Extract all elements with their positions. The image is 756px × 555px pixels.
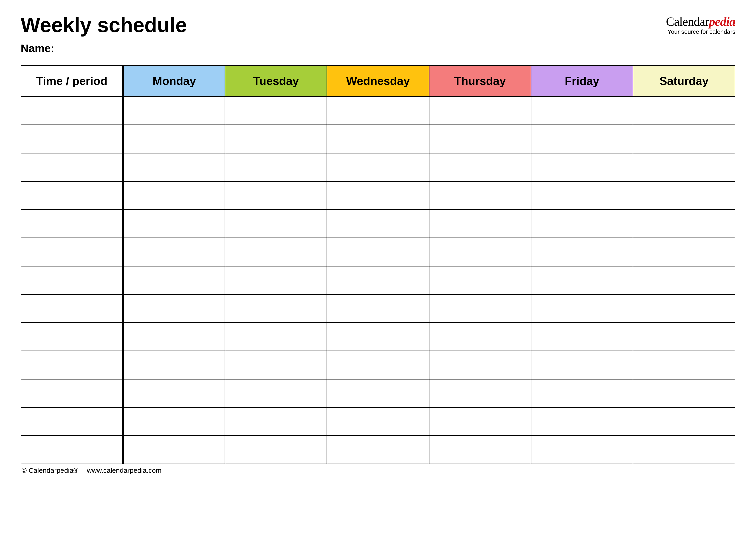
schedule-cell[interactable] [123,266,225,295]
schedule-cell[interactable] [225,97,327,125]
time-cell[interactable] [21,351,123,379]
schedule-cell[interactable] [123,323,225,351]
schedule-cell[interactable] [327,295,429,323]
time-cell[interactable] [21,210,123,238]
schedule-cell[interactable] [123,97,225,125]
schedule-cell[interactable] [123,125,225,153]
schedule-cell[interactable] [633,323,735,351]
schedule-cell[interactable] [531,295,633,323]
schedule-cell[interactable] [327,323,429,351]
time-cell[interactable] [21,323,123,351]
schedule-cell[interactable] [633,295,735,323]
schedule-cell[interactable] [123,181,225,210]
table-row [21,181,735,210]
schedule-cell[interactable] [531,97,633,125]
schedule-cell[interactable] [225,266,327,295]
schedule-cell[interactable] [633,181,735,210]
day-header-tuesday: Tuesday [225,66,327,97]
schedule-cell[interactable] [123,153,225,181]
schedule-cell[interactable] [123,238,225,266]
schedule-cell[interactable] [531,210,633,238]
schedule-cell[interactable] [633,408,735,436]
schedule-cell[interactable] [633,125,735,153]
schedule-cell[interactable] [327,97,429,125]
schedule-cell[interactable] [225,436,327,464]
time-cell[interactable] [21,295,123,323]
schedule-cell[interactable] [429,408,531,436]
time-cell[interactable] [21,125,123,153]
schedule-cell[interactable] [123,210,225,238]
schedule-cell[interactable] [225,238,327,266]
schedule-cell[interactable] [429,323,531,351]
table-row [21,238,735,266]
time-cell[interactable] [21,238,123,266]
table-row [21,295,735,323]
brand-part2: pedia [709,15,735,29]
schedule-cell[interactable] [429,97,531,125]
brand-tagline: Your source for calendars [666,29,735,35]
schedule-cell[interactable] [225,295,327,323]
schedule-cell[interactable] [123,295,225,323]
schedule-cell[interactable] [429,125,531,153]
brand-block: Calendarpedia Your source for calendars [666,14,735,35]
schedule-cell[interactable] [633,210,735,238]
schedule-cell[interactable] [531,379,633,408]
schedule-cell[interactable] [633,436,735,464]
schedule-cell[interactable] [531,181,633,210]
schedule-cell[interactable] [327,153,429,181]
schedule-cell[interactable] [633,351,735,379]
schedule-cell[interactable] [429,436,531,464]
schedule-cell[interactable] [225,153,327,181]
schedule-cell[interactable] [429,210,531,238]
header-row: Weekly schedule Calendarpedia Your sourc… [21,14,735,37]
schedule-cell[interactable] [327,181,429,210]
schedule-cell[interactable] [429,266,531,295]
schedule-cell[interactable] [531,153,633,181]
time-cell[interactable] [21,97,123,125]
schedule-cell[interactable] [327,436,429,464]
time-cell[interactable] [21,379,123,408]
schedule-cell[interactable] [429,153,531,181]
schedule-cell[interactable] [327,266,429,295]
time-cell[interactable] [21,181,123,210]
schedule-cell[interactable] [429,351,531,379]
schedule-cell[interactable] [531,436,633,464]
schedule-cell[interactable] [225,323,327,351]
schedule-cell[interactable] [531,125,633,153]
schedule-cell[interactable] [327,408,429,436]
schedule-cell[interactable] [633,238,735,266]
schedule-cell[interactable] [633,153,735,181]
schedule-cell[interactable] [531,351,633,379]
schedule-cell[interactable] [225,379,327,408]
schedule-cell[interactable] [123,436,225,464]
schedule-cell[interactable] [429,181,531,210]
schedule-cell[interactable] [633,97,735,125]
schedule-cell[interactable] [327,210,429,238]
schedule-cell[interactable] [327,125,429,153]
schedule-cell[interactable] [225,210,327,238]
time-cell[interactable] [21,266,123,295]
schedule-cell[interactable] [531,323,633,351]
schedule-cell[interactable] [531,238,633,266]
schedule-cell[interactable] [429,379,531,408]
schedule-cell[interactable] [633,266,735,295]
schedule-cell[interactable] [429,295,531,323]
time-cell[interactable] [21,153,123,181]
page: Weekly schedule Calendarpedia Your sourc… [0,0,756,555]
schedule-cell[interactable] [531,266,633,295]
schedule-cell[interactable] [429,238,531,266]
schedule-cell[interactable] [123,379,225,408]
schedule-cell[interactable] [327,379,429,408]
schedule-cell[interactable] [633,379,735,408]
schedule-cell[interactable] [225,408,327,436]
schedule-cell[interactable] [327,351,429,379]
schedule-cell[interactable] [225,351,327,379]
schedule-cell[interactable] [225,181,327,210]
schedule-cell[interactable] [123,408,225,436]
schedule-cell[interactable] [123,351,225,379]
time-cell[interactable] [21,436,123,464]
time-cell[interactable] [21,408,123,436]
schedule-cell[interactable] [225,125,327,153]
schedule-cell[interactable] [531,408,633,436]
schedule-cell[interactable] [327,238,429,266]
